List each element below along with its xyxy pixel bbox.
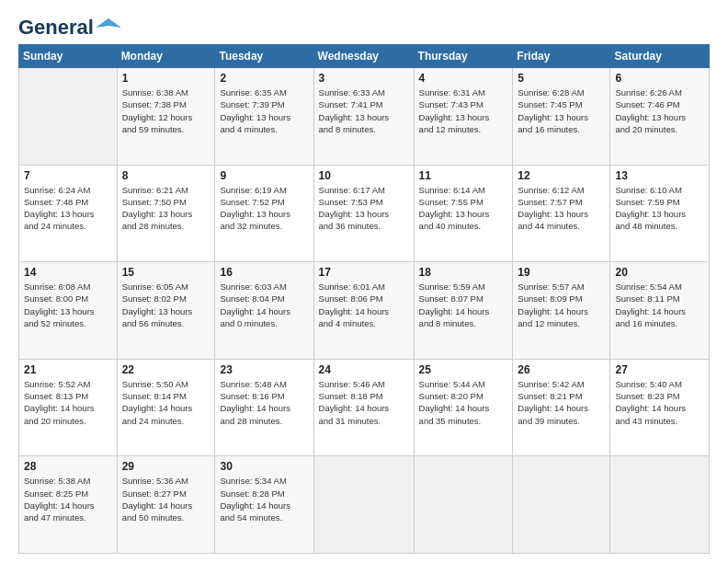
day-number: 5 bbox=[518, 72, 605, 85]
calendar-cell: 16Sunrise: 6:03 AMSunset: 8:04 PMDayligh… bbox=[215, 262, 313, 360]
logo-general: General bbox=[18, 16, 94, 40]
weekday-header-tuesday: Tuesday bbox=[215, 45, 313, 68]
calendar-cell: 22Sunrise: 5:50 AMSunset: 8:14 PMDayligh… bbox=[117, 359, 215, 456]
calendar-header-row: SundayMondayTuesdayWednesdayThursdayFrid… bbox=[19, 45, 710, 68]
day-info: Sunrise: 6:17 AMSunset: 7:53 PMDaylight:… bbox=[319, 184, 409, 233]
calendar-cell: 4Sunrise: 6:31 AMSunset: 7:43 PMDaylight… bbox=[414, 68, 513, 166]
day-info: Sunrise: 5:34 AMSunset: 8:28 PMDaylight:… bbox=[220, 475, 308, 523]
calendar-cell: 5Sunrise: 6:28 AMSunset: 7:45 PMDaylight… bbox=[513, 68, 610, 166]
logo: General bbox=[18, 15, 121, 37]
day-info: Sunrise: 6:08 AMSunset: 8:00 PMDaylight:… bbox=[24, 281, 112, 329]
calendar-cell: 6Sunrise: 6:26 AMSunset: 7:46 PMDaylight… bbox=[610, 68, 710, 166]
day-number: 30 bbox=[220, 460, 308, 473]
calendar-cell: 27Sunrise: 5:40 AMSunset: 8:23 PMDayligh… bbox=[610, 359, 710, 456]
calendar-cell bbox=[414, 456, 513, 554]
day-info: Sunrise: 6:19 AMSunset: 7:52 PMDaylight:… bbox=[220, 184, 308, 233]
day-number: 3 bbox=[319, 72, 409, 85]
calendar-cell: 25Sunrise: 5:44 AMSunset: 8:20 PMDayligh… bbox=[414, 359, 513, 456]
day-info: Sunrise: 5:36 AMSunset: 8:27 PMDaylight:… bbox=[122, 475, 210, 523]
day-info: Sunrise: 5:59 AMSunset: 8:07 PMDaylight:… bbox=[419, 281, 508, 329]
calendar-cell: 10Sunrise: 6:17 AMSunset: 7:53 PMDayligh… bbox=[313, 165, 414, 262]
calendar-table: SundayMondayTuesdayWednesdayThursdayFrid… bbox=[18, 44, 710, 554]
calendar-cell: 9Sunrise: 6:19 AMSunset: 7:52 PMDaylight… bbox=[215, 165, 313, 262]
calendar-cell: 15Sunrise: 6:05 AMSunset: 8:02 PMDayligh… bbox=[117, 262, 215, 360]
svg-marker-0 bbox=[96, 18, 121, 28]
day-info: Sunrise: 5:44 AMSunset: 8:20 PMDaylight:… bbox=[419, 378, 508, 427]
day-number: 20 bbox=[615, 266, 704, 279]
day-number: 29 bbox=[122, 460, 210, 473]
calendar-cell: 23Sunrise: 5:48 AMSunset: 8:16 PMDayligh… bbox=[215, 359, 313, 456]
calendar-cell: 24Sunrise: 5:46 AMSunset: 8:18 PMDayligh… bbox=[313, 359, 414, 456]
calendar-week-row: 21Sunrise: 5:52 AMSunset: 8:13 PMDayligh… bbox=[19, 359, 710, 456]
day-info: Sunrise: 5:38 AMSunset: 8:25 PMDaylight:… bbox=[24, 475, 112, 523]
calendar-cell: 3Sunrise: 6:33 AMSunset: 7:41 PMDaylight… bbox=[313, 68, 414, 166]
day-info: Sunrise: 6:26 AMSunset: 7:46 PMDaylight:… bbox=[615, 86, 704, 135]
calendar-cell: 12Sunrise: 6:12 AMSunset: 7:57 PMDayligh… bbox=[513, 165, 610, 262]
day-number: 6 bbox=[615, 72, 704, 85]
day-info: Sunrise: 6:38 AMSunset: 7:38 PMDaylight:… bbox=[122, 86, 210, 135]
day-number: 25 bbox=[419, 363, 508, 376]
calendar-cell: 1Sunrise: 6:38 AMSunset: 7:38 PMDaylight… bbox=[117, 68, 215, 166]
calendar-cell: 21Sunrise: 5:52 AMSunset: 8:13 PMDayligh… bbox=[19, 359, 118, 456]
weekday-header-monday: Monday bbox=[117, 45, 215, 68]
calendar-cell bbox=[610, 456, 710, 554]
calendar-cell bbox=[513, 456, 610, 554]
day-info: Sunrise: 6:12 AMSunset: 7:57 PMDaylight:… bbox=[518, 184, 605, 233]
calendar-cell: 30Sunrise: 5:34 AMSunset: 8:28 PMDayligh… bbox=[215, 456, 313, 554]
day-number: 9 bbox=[220, 169, 308, 182]
calendar-cell: 29Sunrise: 5:36 AMSunset: 8:27 PMDayligh… bbox=[117, 456, 215, 554]
weekday-header-friday: Friday bbox=[513, 45, 610, 68]
day-number: 14 bbox=[24, 266, 112, 279]
day-number: 1 bbox=[122, 72, 210, 85]
day-number: 26 bbox=[518, 363, 605, 376]
calendar-cell: 17Sunrise: 6:01 AMSunset: 8:06 PMDayligh… bbox=[313, 262, 414, 360]
day-info: Sunrise: 5:42 AMSunset: 8:21 PMDaylight:… bbox=[518, 378, 605, 427]
day-info: Sunrise: 6:03 AMSunset: 8:04 PMDaylight:… bbox=[220, 281, 308, 329]
weekday-header-wednesday: Wednesday bbox=[313, 45, 414, 68]
calendar-cell: 28Sunrise: 5:38 AMSunset: 8:25 PMDayligh… bbox=[19, 456, 118, 554]
day-info: Sunrise: 6:35 AMSunset: 7:39 PMDaylight:… bbox=[220, 86, 308, 135]
day-info: Sunrise: 5:40 AMSunset: 8:23 PMDaylight:… bbox=[615, 378, 704, 427]
weekday-header-sunday: Sunday bbox=[19, 45, 118, 68]
day-info: Sunrise: 5:54 AMSunset: 8:11 PMDaylight:… bbox=[615, 281, 704, 329]
calendar-week-row: 1Sunrise: 6:38 AMSunset: 7:38 PMDaylight… bbox=[19, 68, 710, 166]
weekday-header-thursday: Thursday bbox=[414, 45, 513, 68]
calendar-cell bbox=[313, 456, 414, 554]
calendar-cell: 11Sunrise: 6:14 AMSunset: 7:55 PMDayligh… bbox=[414, 165, 513, 262]
day-number: 4 bbox=[419, 72, 508, 85]
calendar-cell: 7Sunrise: 6:24 AMSunset: 7:48 PMDaylight… bbox=[19, 165, 118, 262]
day-info: Sunrise: 6:21 AMSunset: 7:50 PMDaylight:… bbox=[122, 184, 210, 233]
day-number: 17 bbox=[319, 266, 409, 279]
day-number: 19 bbox=[518, 266, 605, 279]
weekday-header-saturday: Saturday bbox=[610, 45, 710, 68]
day-number: 15 bbox=[122, 266, 210, 279]
day-number: 11 bbox=[419, 169, 508, 182]
day-info: Sunrise: 6:28 AMSunset: 7:45 PMDaylight:… bbox=[518, 86, 605, 135]
calendar-cell: 2Sunrise: 6:35 AMSunset: 7:39 PMDaylight… bbox=[215, 68, 313, 166]
day-number: 12 bbox=[518, 169, 605, 182]
day-number: 28 bbox=[24, 460, 112, 473]
day-number: 7 bbox=[24, 169, 112, 182]
calendar-week-row: 28Sunrise: 5:38 AMSunset: 8:25 PMDayligh… bbox=[19, 456, 710, 554]
logo-bird-icon bbox=[96, 15, 121, 40]
day-info: Sunrise: 5:50 AMSunset: 8:14 PMDaylight:… bbox=[122, 378, 210, 427]
calendar-cell bbox=[19, 68, 118, 166]
day-number: 23 bbox=[220, 363, 308, 376]
day-info: Sunrise: 6:31 AMSunset: 7:43 PMDaylight:… bbox=[419, 86, 508, 135]
day-info: Sunrise: 6:33 AMSunset: 7:41 PMDaylight:… bbox=[319, 86, 409, 135]
day-info: Sunrise: 6:24 AMSunset: 7:48 PMDaylight:… bbox=[24, 184, 112, 233]
day-number: 24 bbox=[319, 363, 409, 376]
calendar-cell: 18Sunrise: 5:59 AMSunset: 8:07 PMDayligh… bbox=[414, 262, 513, 360]
calendar-week-row: 14Sunrise: 6:08 AMSunset: 8:00 PMDayligh… bbox=[19, 262, 710, 360]
day-info: Sunrise: 5:57 AMSunset: 8:09 PMDaylight:… bbox=[518, 281, 605, 329]
day-number: 27 bbox=[615, 363, 704, 376]
calendar-cell: 19Sunrise: 5:57 AMSunset: 8:09 PMDayligh… bbox=[513, 262, 610, 360]
calendar-cell: 26Sunrise: 5:42 AMSunset: 8:21 PMDayligh… bbox=[513, 359, 610, 456]
day-number: 16 bbox=[220, 266, 308, 279]
calendar-week-row: 7Sunrise: 6:24 AMSunset: 7:48 PMDaylight… bbox=[19, 165, 710, 262]
page: General SundayMondayTuesdayWednesdayThur… bbox=[0, 0, 728, 563]
day-info: Sunrise: 5:52 AMSunset: 8:13 PMDaylight:… bbox=[24, 378, 112, 427]
calendar-cell: 13Sunrise: 6:10 AMSunset: 7:59 PMDayligh… bbox=[610, 165, 710, 262]
day-number: 2 bbox=[220, 72, 308, 85]
calendar-cell: 8Sunrise: 6:21 AMSunset: 7:50 PMDaylight… bbox=[117, 165, 215, 262]
